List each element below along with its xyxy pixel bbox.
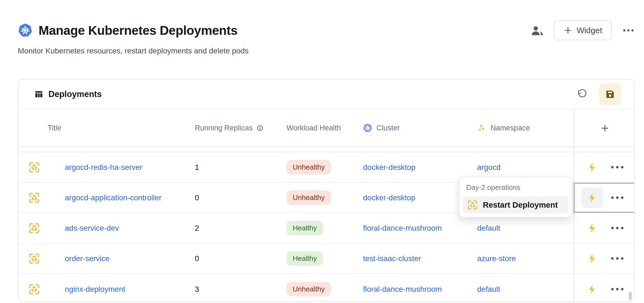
column-header-health[interactable]: Workload Health — [286, 124, 363, 132]
kubernetes-icon — [363, 123, 372, 133]
table-header-row: Title Running Replicas Workload Health — [18, 110, 634, 147]
row-entity-icon-cell — [28, 161, 65, 174]
running-replicas-value: 0 — [195, 254, 286, 263]
namespace-link[interactable]: argocd — [477, 163, 501, 171]
page-title-wrap: Manage Kubernetes Deployments — [18, 23, 237, 38]
kebab-menu-icon — [623, 29, 625, 32]
cluster-link[interactable]: test-isaac-cluster — [363, 254, 421, 263]
page-more-menu-button[interactable] — [622, 27, 635, 34]
cluster-link[interactable]: docker-desktop — [363, 163, 415, 171]
row-actions-cell — [574, 213, 635, 243]
health-badge: Healthy — [286, 221, 323, 235]
table-row: nginx-deployment 3 Unhealthy floral-danc… — [18, 274, 634, 302]
running-replicas-value: 1 — [195, 163, 286, 172]
plus-icon — [601, 124, 609, 133]
kebab-menu-icon — [611, 288, 614, 290]
row-entity-icon-cell — [28, 191, 65, 204]
menu-item-label: Restart Deployment — [483, 201, 558, 210]
deployment-cube-icon — [28, 191, 40, 204]
table-icon — [34, 90, 43, 99]
column-header-namespace[interactable]: Namespace — [477, 124, 574, 133]
kebab-menu-icon — [611, 227, 614, 229]
page-header: Manage Kubernetes Deployments Widget — [18, 21, 635, 40]
cluster-link[interactable]: docker-desktop — [363, 193, 415, 202]
row-entity-icon-cell — [28, 252, 65, 265]
kubernetes-icon — [18, 23, 33, 38]
vertical-scrollbar[interactable] — [629, 292, 632, 300]
deployment-cube-icon — [28, 161, 40, 174]
column-header-cluster[interactable]: Cluster — [363, 123, 477, 133]
row-entity-icon-cell — [28, 283, 65, 296]
header-controls: Widget — [531, 21, 635, 40]
running-replicas-value: 3 — [195, 285, 286, 294]
table-row: ads-service-dev 2 Healthy floral-dance-m… — [18, 213, 634, 244]
row-actions-cell — [574, 152, 635, 182]
namespace-link[interactable]: azure-store — [477, 254, 516, 263]
column-header-replicas[interactable]: Running Replicas — [195, 124, 286, 132]
row-more-menu-button[interactable] — [611, 285, 624, 293]
row-more-menu-button[interactable] — [611, 163, 624, 171]
add-widget-label: Widget — [577, 26, 602, 35]
cluster-link[interactable]: floral-dance-mushroom — [363, 224, 442, 232]
lightning-icon — [587, 162, 597, 173]
save-widget-button[interactable] — [599, 83, 621, 105]
widget-title-wrap: Deployments — [34, 89, 576, 99]
health-badge: Healthy — [286, 251, 323, 266]
save-icon — [605, 89, 615, 99]
add-column-button[interactable] — [574, 110, 635, 147]
deployment-cube-icon — [28, 252, 40, 265]
deployment-cube-icon — [28, 283, 40, 296]
info-icon[interactable] — [257, 125, 263, 131]
deployment-title-link[interactable]: order-service — [65, 254, 109, 263]
partial-row-sliver — [18, 147, 634, 152]
table-body: argocd-redis-ha-server 1 Unhealthy docke… — [18, 152, 634, 302]
deployment-title-link[interactable]: argocd-application-controller — [65, 193, 161, 202]
health-badge: Unhealthy — [286, 160, 331, 175]
table-row: order-service 0 Healthy test-isaac-clust… — [18, 244, 634, 274]
row-more-menu-button[interactable] — [611, 194, 624, 202]
page-title: Manage Kubernetes Deployments — [39, 23, 237, 38]
row-actions-cell — [574, 244, 635, 273]
row-actions-cell — [574, 183, 635, 213]
undo-icon — [576, 89, 587, 100]
menu-item-restart-deployment[interactable]: Restart Deployment — [463, 196, 568, 213]
deployment-title-link[interactable]: ads-service-dev — [65, 224, 119, 232]
row-entity-icon-cell — [28, 222, 65, 235]
row-actions-cell — [574, 274, 635, 302]
kebab-menu-icon — [611, 257, 614, 260]
cluster-link[interactable]: floral-dance-mushroom — [363, 285, 442, 293]
widget-header: Deployments — [18, 79, 634, 110]
deployment-cube-icon — [28, 222, 40, 235]
row-more-menu-button[interactable] — [611, 255, 624, 262]
day2-operations-button[interactable] — [581, 157, 603, 178]
namespace-link[interactable]: default — [477, 224, 500, 232]
deployment-title-link[interactable]: nginx-deployment — [65, 285, 125, 293]
day2-operations-button[interactable] — [581, 248, 603, 269]
running-replicas-value: 0 — [195, 193, 286, 202]
collaborators-button[interactable] — [531, 24, 544, 37]
day2-operations-button[interactable] — [581, 279, 603, 300]
running-replicas-value: 2 — [195, 224, 286, 233]
health-badge: Unhealthy — [286, 282, 331, 296]
deployment-title-link[interactable]: argocd-redis-ha-server — [65, 163, 142, 171]
lightning-icon — [587, 192, 597, 203]
kebab-menu-icon — [611, 166, 614, 168]
day2-operations-button[interactable] — [581, 187, 603, 208]
kebab-menu-icon — [611, 196, 614, 199]
namespace-link[interactable]: default — [477, 285, 500, 293]
reset-widget-button[interactable] — [576, 88, 588, 101]
add-widget-button[interactable]: Widget — [554, 21, 612, 40]
namespace-dots-icon — [477, 124, 486, 133]
row-more-menu-button[interactable] — [611, 224, 624, 232]
lightning-icon — [587, 223, 597, 234]
lightning-icon — [587, 284, 597, 295]
column-header-title[interactable]: Title — [28, 124, 195, 132]
health-badge: Unhealthy — [286, 190, 331, 205]
lightning-icon — [587, 253, 597, 264]
deployment-cube-icon — [467, 199, 478, 211]
day2-operations-menu: Day-2 operations Restart Deployment — [459, 177, 572, 218]
people-icon — [531, 24, 544, 37]
page-subtitle: Monitor Kubernetes resources, restart de… — [18, 47, 249, 55]
plus-icon — [564, 26, 572, 35]
day2-operations-button[interactable] — [581, 218, 603, 239]
